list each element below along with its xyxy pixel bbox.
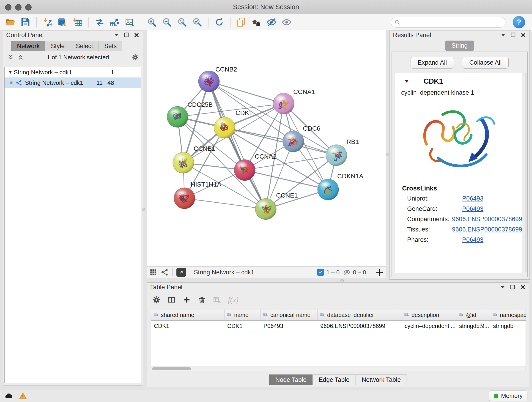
zoom-selected-button[interactable] <box>191 16 204 29</box>
show-all-button[interactable] <box>280 16 293 29</box>
panel-float-icon[interactable] <box>114 32 119 38</box>
results-scrollbar[interactable] <box>525 73 527 272</box>
cloud-button[interactable] <box>5 392 13 400</box>
column-header-id[interactable]: @id <box>456 309 490 320</box>
control-panel: Control Panel Network Style Select Sets … <box>3 30 143 385</box>
panel-maximize-icon[interactable] <box>123 32 129 38</box>
import-network-file-button[interactable] <box>41 16 54 29</box>
zoom-in-button[interactable] <box>145 16 158 29</box>
node-label-cdkn1a: CDKN1A <box>337 172 363 180</box>
column-header-name[interactable]: name <box>225 309 261 320</box>
collapse-all-icon[interactable] <box>7 54 14 61</box>
collapse-section-icon[interactable] <box>404 78 410 85</box>
crosslink-pharos[interactable]: P06493 <box>462 236 483 243</box>
zoom-fit-button[interactable] <box>176 16 189 29</box>
network-node-cdkn1a[interactable]: CDKN1A <box>317 172 363 200</box>
network-edge[interactable] <box>184 198 266 209</box>
network-tree: ▼ String Network – cdk1 1 String Network… <box>4 67 141 383</box>
tab-edge-table[interactable]: Edge Table <box>312 375 356 385</box>
import-network-database-button[interactable] <box>56 16 69 29</box>
tab-network-table[interactable]: Network Table <box>355 375 407 385</box>
crosslink-label: Pharos: <box>407 236 462 243</box>
expand-all-button[interactable]: Expand All <box>411 57 454 69</box>
column-header-canonical-name[interactable]: canonical name <box>261 309 317 320</box>
tab-network[interactable]: Network <box>11 41 45 51</box>
current-network-name: String Network – cdk1 <box>194 269 254 276</box>
refresh-button[interactable] <box>213 16 226 29</box>
network-collection-row[interactable]: ▼ String Network – cdk1 1 <box>5 67 141 77</box>
tab-style[interactable]: Style <box>45 41 70 51</box>
detach-view-button[interactable] <box>177 268 186 277</box>
column-header-database-identifier[interactable]: database identifier <box>317 309 402 320</box>
help-button[interactable]: ? <box>513 16 525 28</box>
warnings-button[interactable] <box>19 392 27 400</box>
network-canvas[interactable]: CCNB2CCNA1CDC25BCDK1CDC6RB1CCNB1CCNA2CDK… <box>147 30 386 266</box>
birdseye-grid-button[interactable] <box>149 268 157 276</box>
pan-mode-button[interactable] <box>376 268 384 276</box>
network-edge[interactable] <box>245 170 328 190</box>
column-header-description[interactable]: description <box>402 309 456 320</box>
main-toolbar: ? <box>0 14 532 30</box>
panel-float-icon[interactable] <box>500 32 506 38</box>
tab-string[interactable]: String <box>445 41 474 51</box>
panel-float-icon[interactable] <box>500 284 506 290</box>
save-session-button[interactable] <box>19 16 32 29</box>
memory-button[interactable]: Memory <box>489 390 527 401</box>
table-row[interactable]: CDK1 CDK1 P06493 9606.ENSP00000378699 cy… <box>151 321 526 332</box>
crosslink-compartments[interactable]: 9606.ENSP00000378699 <box>452 216 522 223</box>
add-column-icon[interactable] <box>183 296 191 304</box>
network-overview-button[interactable] <box>161 268 169 276</box>
right-splitter-handle[interactable] <box>386 153 389 156</box>
open-session-button[interactable] <box>4 16 17 29</box>
database-import-icon <box>57 17 68 27</box>
network-edge[interactable] <box>209 81 284 104</box>
copy-document-button[interactable] <box>234 16 248 29</box>
network-node-hist1h1a[interactable]: HIST1H1A <box>174 181 221 209</box>
first-neighbors-button[interactable] <box>93 16 106 29</box>
panel-close-icon[interactable] <box>520 284 526 290</box>
tab-node-table[interactable]: Node Table <box>269 375 313 385</box>
import-table-button[interactable] <box>71 16 84 29</box>
home-button[interactable] <box>250 16 263 29</box>
gene-symbol: CDK1 <box>424 77 443 85</box>
tree-expand-icon[interactable]: ▼ <box>7 69 14 75</box>
gear-icon[interactable] <box>132 54 139 61</box>
network-node-ccna1[interactable]: CCNA1 <box>273 88 315 114</box>
network-row-selected[interactable]: String Network – cdk1 11 48 <box>5 77 141 88</box>
show-columns-icon[interactable] <box>167 296 176 304</box>
scrollbar-thumb[interactable] <box>152 367 191 370</box>
crosslink-label: Uniprot: <box>407 195 462 202</box>
tab-sets[interactable]: Sets <box>99 41 122 51</box>
left-splitter-handle[interactable] <box>142 208 145 211</box>
export-image-button[interactable] <box>123 16 137 29</box>
column-header-shared-name[interactable]: shared name <box>151 309 225 320</box>
network-icon <box>16 80 22 86</box>
network-from-table-button[interactable] <box>108 16 121 29</box>
network-edge[interactable] <box>209 81 266 209</box>
crosslink-genecard[interactable]: P06493 <box>462 205 483 212</box>
crosslink-tissues[interactable]: 9606.ENSP00000378699 <box>452 226 522 233</box>
search-input[interactable] <box>403 18 502 26</box>
crosslink-uniprot[interactable]: P06493 <box>462 195 483 202</box>
table-horizontal-scrollbar[interactable] <box>151 366 526 371</box>
column-header-namespace[interactable]: namespace <box>490 309 526 320</box>
nodes-checkbox[interactable] <box>317 269 324 276</box>
status-bar: Memory <box>0 390 532 402</box>
tab-select[interactable]: Select <box>70 41 99 51</box>
panel-close-icon[interactable] <box>520 32 526 38</box>
panel-close-icon[interactable] <box>133 32 139 38</box>
table-settings-gear-icon[interactable] <box>152 296 161 304</box>
panel-maximize-icon[interactable] <box>510 284 516 290</box>
hidden-eye-icon[interactable] <box>343 269 351 276</box>
expand-all-icon[interactable] <box>17 54 24 61</box>
panel-maximize-icon[interactable] <box>510 32 516 38</box>
table-tabs: Node Table Edge Table Network Table <box>269 375 407 385</box>
hide-selected-button[interactable] <box>265 16 278 29</box>
crosslink-label: Tissues: <box>407 226 452 233</box>
network-graph[interactable]: CCNB2CCNA1CDC25BCDK1CDC6RB1CCNB1CCNA2CDK… <box>147 30 386 266</box>
collapse-all-button[interactable]: Collapse All <box>462 57 509 69</box>
delete-column-icon[interactable] <box>198 296 206 304</box>
network-node-rb1[interactable]: RB1 <box>326 138 359 166</box>
bottom-splitter-handle[interactable] <box>341 279 344 282</box>
zoom-out-button[interactable] <box>160 16 174 29</box>
